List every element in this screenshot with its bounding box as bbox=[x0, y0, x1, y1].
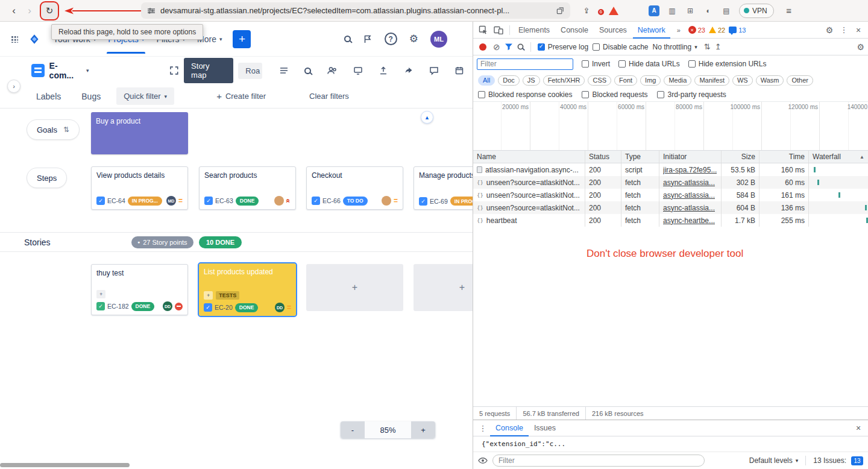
panel-icon[interactable]: ▤ bbox=[721, 5, 732, 16]
console-filter-input[interactable] bbox=[492, 455, 705, 467]
network-request-row[interactable]: heartbeat 200 fetch async-heartbe... 1.7… bbox=[473, 214, 868, 227]
column-size[interactable]: Size bbox=[722, 151, 760, 163]
hide-extension-urls-checkbox[interactable]: Hide extension URLs bbox=[688, 60, 767, 68]
column-status[interactable]: Status bbox=[585, 151, 621, 163]
close-drawer-icon[interactable]: × bbox=[851, 421, 866, 435]
reader-extension-icon[interactable]: ▥ bbox=[667, 5, 678, 16]
column-type[interactable]: Type bbox=[621, 151, 659, 163]
add-icon[interactable]: + bbox=[204, 291, 213, 300]
create-filter-button[interactable]: + Create filter bbox=[216, 91, 266, 101]
reload-button[interactable]: ↻ bbox=[41, 2, 58, 19]
blocked-requests-checkbox[interactable]: Blocked requests bbox=[582, 90, 647, 99]
filter-chip-all[interactable]: All bbox=[478, 75, 495, 86]
share-icon[interactable] bbox=[404, 66, 414, 75]
tab-console[interactable]: Console bbox=[556, 22, 593, 39]
gear-icon[interactable]: ⚙ bbox=[409, 33, 418, 45]
zoom-in-button[interactable]: + bbox=[411, 421, 435, 438]
column-initiator[interactable]: Initiator bbox=[659, 151, 722, 163]
issues-count[interactable]: 13 bbox=[738, 27, 746, 34]
invert-checkbox[interactable]: Invert bbox=[582, 60, 610, 68]
create-button[interactable]: + bbox=[233, 30, 251, 48]
network-request-row[interactable]: unseen?source=atlaskitNot... 200 fetch a… bbox=[473, 201, 868, 214]
initiator-link[interactable]: jira-spa.72fe95... bbox=[663, 166, 717, 174]
assignee-avatar[interactable]: DD bbox=[275, 303, 285, 312]
network-request-row[interactable]: unseen?source=atlaskitNot... 200 fetch a… bbox=[473, 176, 868, 189]
chevron-down-icon[interactable]: ▾ bbox=[86, 68, 89, 74]
drawer-kebab-icon[interactable]: ⋮ bbox=[476, 421, 490, 435]
add-story-placeholder[interactable]: + bbox=[306, 264, 403, 311]
forward-button[interactable]: › bbox=[22, 3, 37, 19]
user-avatar[interactable]: ML bbox=[430, 31, 447, 48]
disable-cache-checkbox[interactable]: Disable cache bbox=[593, 43, 648, 51]
filter-chip-media[interactable]: Media bbox=[664, 75, 691, 86]
search-icon[interactable] bbox=[344, 36, 351, 42]
view-roadmap-button[interactable]: Roa bbox=[238, 63, 262, 79]
device-toolbar-icon[interactable] bbox=[491, 23, 506, 37]
filter-chip-ws[interactable]: WS bbox=[732, 75, 753, 86]
dev-extension-icon[interactable]: ⊞ bbox=[685, 5, 696, 16]
initiator-link[interactable]: async-atlassia... bbox=[663, 204, 715, 212]
steps-lane-label[interactable]: Steps bbox=[27, 168, 67, 188]
tab-elements[interactable]: Elements bbox=[514, 22, 555, 39]
hide-data-urls-checkbox[interactable]: Hide data URLs bbox=[618, 60, 680, 68]
back-button[interactable]: ‹ bbox=[6, 3, 22, 19]
preserve-log-checkbox[interactable]: Preserve log bbox=[538, 43, 588, 51]
view-story-map-button[interactable]: Story map bbox=[184, 58, 233, 83]
network-search-icon[interactable] bbox=[517, 44, 523, 50]
comment-icon[interactable] bbox=[429, 66, 439, 75]
column-waterfall[interactable]: Waterfall ▲ bbox=[809, 151, 868, 163]
close-devtools-icon[interactable]: × bbox=[851, 23, 866, 37]
assignee-avatar[interactable]: DD bbox=[163, 301, 172, 311]
goals-lane-label[interactable]: Goals ⇅ bbox=[27, 119, 80, 140]
filter-funnel-icon[interactable] bbox=[505, 43, 513, 51]
network-request-row[interactable]: unseen?source=atlaskitNot... 200 fetch a… bbox=[473, 189, 868, 201]
filter-chip-font[interactable]: Font bbox=[614, 75, 637, 86]
network-filter-input[interactable] bbox=[477, 58, 573, 70]
people-icon[interactable] bbox=[327, 66, 338, 75]
filter-chip-doc[interactable]: Doc bbox=[498, 75, 520, 86]
url-text[interactable]: devsamurai-stg.atlassian.net/projects/EC… bbox=[160, 6, 552, 15]
drawer-tab-console[interactable]: Console bbox=[490, 420, 529, 436]
error-count[interactable]: 23 bbox=[698, 27, 705, 34]
labels-button[interactable]: Labels bbox=[36, 92, 61, 101]
step-card[interactable]: Search products ✓ EC-63 DONE « bbox=[199, 166, 296, 210]
third-party-checkbox[interactable]: 3rd-party requests bbox=[657, 90, 726, 99]
project-name[interactable]: E-com... bbox=[49, 61, 81, 80]
log-levels-select[interactable]: Default levels ▾ bbox=[749, 456, 799, 465]
tab-sources[interactable]: Sources bbox=[594, 22, 632, 39]
assignee-avatar[interactable]: MD bbox=[166, 196, 176, 206]
step-card[interactable]: Manage products ✓ EC-69 IN PROG... bbox=[414, 166, 473, 210]
horizontal-scrollbar[interactable] bbox=[0, 463, 130, 467]
assignee-avatar[interactable] bbox=[382, 196, 391, 206]
record-button[interactable] bbox=[479, 43, 486, 51]
menu-icon[interactable]: ≡ bbox=[781, 3, 797, 19]
step-card[interactable]: View products details ✓ EC-64 IN PROG...… bbox=[91, 166, 188, 210]
warning-count[interactable]: 22 bbox=[718, 27, 725, 34]
monitor-icon[interactable] bbox=[353, 66, 363, 75]
filter-chip-js[interactable]: JS bbox=[523, 75, 540, 86]
drawer-tab-issues[interactable]: Issues bbox=[529, 420, 561, 436]
initiator-link[interactable]: async-atlassia... bbox=[663, 178, 715, 187]
inspect-icon[interactable] bbox=[476, 23, 490, 37]
more-tabs-icon[interactable]: » bbox=[671, 23, 686, 37]
triangle-extension-icon[interactable] bbox=[609, 7, 618, 15]
initiator-link[interactable]: async-heartbe... bbox=[663, 216, 715, 225]
flag-icon[interactable] bbox=[363, 34, 373, 44]
collapse-panel-button[interactable]: › bbox=[7, 80, 20, 93]
issues-counter-badge[interactable]: 13 bbox=[851, 456, 863, 465]
contrast-icon[interactable]: ◐ bbox=[703, 5, 714, 16]
issues-icon[interactable] bbox=[729, 27, 737, 33]
vpn-extension[interactable]: VPN bbox=[739, 4, 774, 18]
throttling-select[interactable]: No throttling ▾ bbox=[652, 43, 697, 51]
blocked-cookies-checkbox[interactable]: Blocked response cookies bbox=[478, 90, 572, 99]
filter-chip-css[interactable]: CSS bbox=[588, 75, 611, 86]
jira-logo[interactable] bbox=[28, 33, 41, 46]
filter-chip-img[interactable]: Img bbox=[640, 75, 661, 86]
board-search-icon[interactable] bbox=[304, 68, 311, 74]
network-settings-icon[interactable]: ⚙ bbox=[857, 42, 864, 52]
clear-icon[interactable]: ⊘ bbox=[493, 42, 500, 52]
network-timeline-overview[interactable]: 20000 ms 40000 ms 60000 ms 80000 ms 1000… bbox=[473, 101, 868, 151]
site-settings-icon[interactable] bbox=[147, 7, 156, 15]
story-card[interactable]: thuy test + ✓ EC-182 DONE DD bbox=[91, 264, 188, 315]
clear-filters-button[interactable]: Clear filters bbox=[309, 92, 349, 101]
